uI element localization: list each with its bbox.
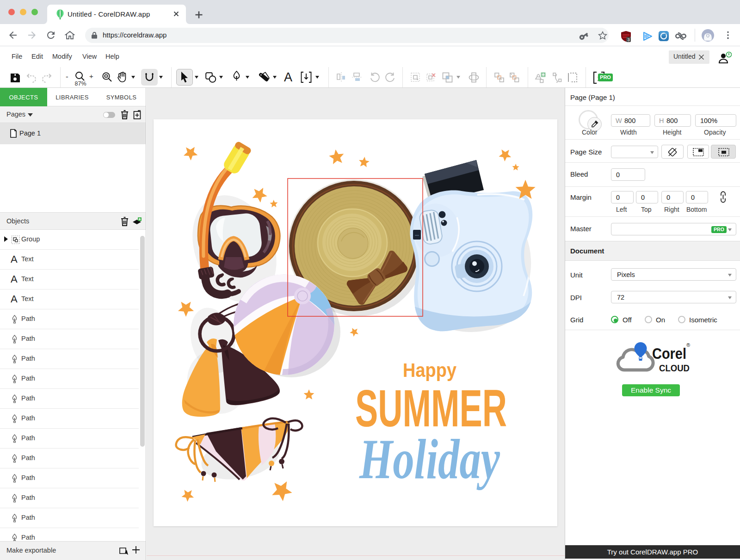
svg-text:Corel: Corel (652, 345, 686, 362)
svg-text:Happy: Happy (403, 359, 457, 381)
svg-text:®: ® (686, 342, 690, 348)
svg-text:CLOUD: CLOUD (659, 363, 690, 373)
svg-text:Holiday: Holiday (359, 428, 500, 490)
svg-text:3: 3 (627, 37, 629, 42)
